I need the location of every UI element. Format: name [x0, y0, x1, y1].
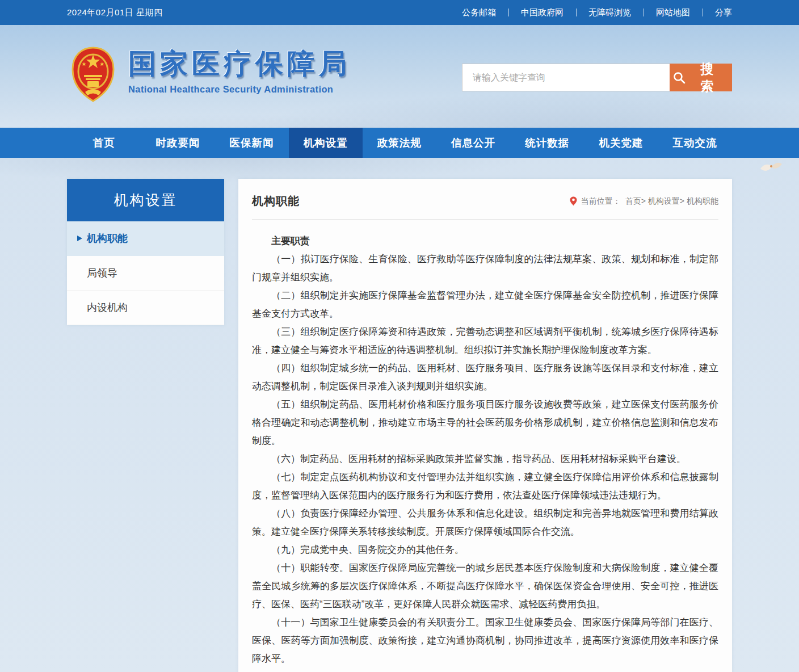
duty-paragraph: （二）组织制定并实施医疗保障基金监督管理办法，建立健全医疗保障基金安全防控机制，…: [252, 287, 718, 323]
nav-item[interactable]: 医保新闻: [215, 128, 288, 158]
primary-nav: 首页 时政要闻 医保新闻 机构设置 政策法规 信息公开 统计数据 机关党建 互动…: [0, 128, 799, 158]
nav-item[interactable]: 首页: [67, 128, 141, 158]
breadcrumb-prefix: 当前位置：: [581, 196, 621, 207]
site-title: 国家医疗保障局: [128, 50, 351, 78]
nav-item[interactable]: 信息公开: [436, 128, 510, 158]
active-item-arrow-icon: [77, 236, 82, 241]
nav-item[interactable]: 互动交流: [658, 128, 732, 158]
utility-links: 公务邮箱中国政府网无障碍浏览网站地图分享: [449, 7, 732, 18]
site-brand[interactable]: 国家医疗保障局 National Healthcare Security Adm…: [70, 47, 351, 104]
search-button-label: 搜 索: [689, 60, 729, 95]
utility-link[interactable]: 网站地图: [644, 7, 703, 18]
sidebar-title: 机构设置: [67, 179, 224, 221]
duty-paragraph: （十一）与国家卫生健康委员会的有关职责分工。国家卫生健康委员会、国家医疗保障局等…: [252, 614, 718, 668]
utility-link[interactable]: 公务邮箱: [449, 7, 508, 18]
duty-paragraph: （一）拟订医疗保险、生育保险、医疗救助等医疗保障制度的法律法规草案、政策、规划和…: [252, 250, 718, 287]
nav-item[interactable]: 机关党建: [584, 128, 658, 158]
search-icon: [673, 72, 686, 84]
nav-item[interactable]: 机构设置: [289, 128, 363, 158]
duty-paragraph: （九）完成党中央、国务院交办的其他任务。: [252, 541, 718, 559]
utility-link[interactable]: 中国政府网: [508, 7, 576, 18]
utility-link[interactable]: 无障碍浏览: [576, 7, 644, 18]
duty-paragraph: （三）组织制定医疗保障筹资和待遇政策，完善动态调整和区域调剂平衡机制，统筹城乡医…: [252, 323, 718, 359]
current-date: 2024年02月01日 星期四: [67, 7, 162, 18]
nav-item[interactable]: 政策法规: [363, 128, 436, 158]
breadcrumb-link[interactable]: 机构设置>: [648, 196, 684, 207]
sidebar-item[interactable]: 内设机构: [67, 291, 224, 325]
breadcrumb: 当前位置： 首页>机构设置>机构职能: [570, 196, 718, 207]
duty-paragraph: （八）负责医疗保障经办管理、公共服务体系和信息化建设。组织制定和完善异地就医管理…: [252, 505, 718, 541]
nav-item[interactable]: 时政要闻: [141, 128, 215, 158]
search-input[interactable]: [462, 64, 670, 91]
breadcrumb-link[interactable]: 首页>: [625, 196, 646, 207]
bird-decoration: [759, 159, 783, 174]
search-button[interactable]: 搜 索: [670, 64, 732, 91]
duty-paragraph: （五）组织制定药品、医用耗材价格和医疗服务项目医疗服务设施收费等政策，建立医保支…: [252, 396, 718, 450]
content-panel: 机构职能 当前位置： 首页>机构设置>机构职能 主要职责 （一）拟订医疗保险、: [238, 179, 732, 672]
page-title: 机构职能: [252, 194, 300, 209]
duty-paragraph: （四）组织制定城乡统一的药品、医用耗材、医疗服务项目、医疗服务设施等医保目录和支…: [252, 359, 718, 396]
top-utility-bar: 2024年02月01日 星期四 公务邮箱中国政府网无障碍浏览网站地图分享: [0, 0, 799, 25]
duty-paragraph: （六）制定药品、医用耗材的招标采购政策并监督实施，指导药品、医用耗材招标采购平台…: [252, 450, 718, 468]
location-pin-icon: [570, 196, 577, 206]
utility-link[interactable]: 分享: [703, 7, 732, 18]
masthead: 国家医疗保障局 National Healthcare Security Adm…: [0, 25, 799, 128]
nav-item[interactable]: 统计数据: [510, 128, 584, 158]
national-emblem-logo: [70, 47, 116, 104]
sidebar-item[interactable]: 局领导: [67, 256, 224, 291]
site-subtitle-english: National Healthcare Security Administrat…: [128, 84, 351, 95]
site-search: 搜 索: [462, 64, 732, 91]
sidebar-item[interactable]: 机构职能: [67, 221, 224, 256]
article-body: 主要职责 （一）拟订医疗保险、生育保险、医疗救助等医疗保障制度的法律法规草案、政…: [252, 220, 718, 672]
breadcrumb-link[interactable]: 机构职能: [687, 196, 718, 207]
duty-paragraph: （十）职能转变。国家医疗保障局应完善统一的城乡居民基本医疗保险制度和大病保险制度…: [252, 559, 718, 614]
sidebar: 机构设置 机构职能 局领导 内设机构: [67, 179, 224, 325]
duty-paragraph: （七）制定定点医药机构协议和支付管理办法并组织实施，建立健全医疗保障信用评价体系…: [252, 468, 718, 505]
section-heading: 主要职责: [252, 232, 718, 250]
